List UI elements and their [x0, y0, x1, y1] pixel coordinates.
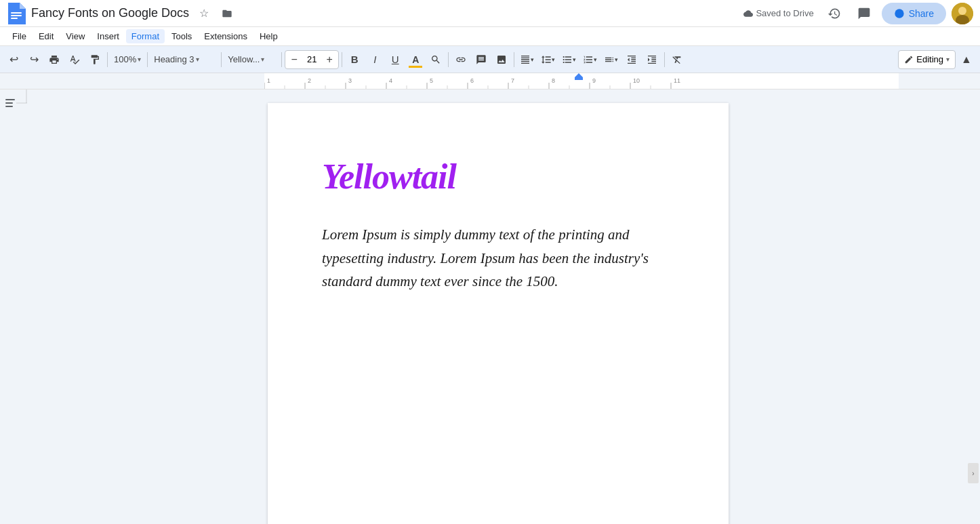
menu-view[interactable]: View [60, 29, 90, 43]
svg-text:7: 7 [511, 77, 514, 84]
svg-text:10: 10 [633, 77, 640, 84]
zoom-arrow: ▾ [138, 56, 141, 63]
svg-text:5: 5 [430, 77, 433, 84]
user-avatar[interactable] [952, 3, 973, 24]
link-button[interactable] [451, 49, 470, 70]
insert-image-button[interactable] [492, 49, 511, 70]
decrease-indent-button[interactable] [622, 49, 641, 70]
vertical-ruler [16, 89, 27, 524]
share-button[interactable]: Share [882, 3, 946, 24]
redo-button[interactable]: ↪ [24, 49, 43, 70]
folder-button[interactable] [218, 4, 237, 23]
saved-status: Saved to Drive [743, 8, 813, 18]
menu-insert[interactable]: Insert [91, 29, 125, 43]
svg-point-5 [958, 7, 966, 15]
menubar: File Edit View Insert Format Tools Exten… [0, 27, 980, 46]
toolbar-expand-button[interactable]: ▲ [957, 49, 976, 70]
outline-levels-button[interactable]: ▾ [601, 49, 621, 70]
menu-extensions[interactable]: Extensions [199, 29, 253, 43]
divider-6 [448, 52, 449, 67]
increase-indent-button[interactable] [642, 49, 661, 70]
svg-text:11: 11 [674, 77, 680, 84]
ruler-left-margin [0, 73, 264, 89]
collapse-button[interactable]: › [968, 463, 979, 483]
svg-text:4: 4 [389, 77, 392, 84]
title-icons: ☆ [195, 4, 237, 23]
divider-4 [281, 52, 282, 67]
svg-text:9: 9 [592, 77, 596, 84]
outline-line-3 [5, 106, 13, 107]
menu-format[interactable]: Format [126, 29, 165, 43]
font-size-decrease[interactable]: − [287, 52, 302, 67]
document-title: Fancy Fonts on Google Docs [31, 6, 189, 20]
font-size-input[interactable] [302, 54, 322, 64]
add-comment-button[interactable] [472, 49, 491, 70]
line-spacing-button[interactable]: ▾ [538, 49, 558, 70]
editing-mode-button[interactable]: Editing ▾ [898, 50, 956, 69]
history-button[interactable] [822, 1, 846, 26]
highlight-button[interactable] [426, 49, 445, 70]
svg-text:8: 8 [552, 77, 555, 84]
svg-text:3: 3 [348, 77, 352, 84]
ruler-content: 1 2 3 4 5 6 7 8 9 10 11 [264, 73, 899, 89]
spellcheck-button[interactable] [65, 49, 84, 70]
font-arrow: ▾ [261, 56, 264, 63]
comment-button[interactable] [852, 1, 876, 26]
outline-toggle[interactable] [3, 96, 18, 111]
print-button[interactable] [45, 49, 64, 70]
main-area: Yellowtail Lorem Ipsum is simply dummy t… [0, 89, 980, 524]
text-color-button[interactable]: A [406, 49, 425, 70]
style-arrow: ▾ [196, 56, 199, 63]
svg-rect-2 [11, 18, 18, 19]
paint-format-button[interactable] [85, 49, 104, 70]
editing-arrow: ▾ [946, 56, 950, 63]
titlebar: Fancy Fonts on Google Docs ☆ Saved to Dr… [0, 0, 980, 27]
ruler: 1 2 3 4 5 6 7 8 9 10 11 [0, 73, 980, 89]
numbered-list-button[interactable]: ▾ [580, 49, 600, 70]
menu-file[interactable]: File [7, 29, 32, 43]
divider-3 [221, 52, 222, 67]
star-button[interactable]: ☆ [195, 4, 213, 23]
svg-text:1: 1 [267, 77, 270, 84]
document-scroll-area[interactable]: Yellowtail Lorem Ipsum is simply dummy t… [27, 89, 969, 524]
svg-text:2: 2 [308, 77, 311, 84]
divider-5 [342, 52, 342, 67]
docs-icon [7, 3, 26, 24]
font-size-box: − + [285, 50, 339, 69]
svg-rect-1 [11, 15, 22, 16]
svg-text:6: 6 [470, 77, 474, 84]
font-size-increase[interactable]: + [322, 52, 337, 67]
bulleted-list-button[interactable]: ▾ [559, 49, 579, 70]
ruler-right-margin [899, 73, 980, 89]
document-heading[interactable]: Yellowtail [322, 157, 674, 196]
bold-button[interactable]: B [345, 49, 364, 70]
style-select[interactable]: Heading 3 ▾ [150, 50, 218, 69]
clear-formatting-button[interactable] [668, 49, 687, 70]
underline-button[interactable]: U [386, 49, 405, 70]
font-select[interactable]: Yellow... ▾ [224, 50, 279, 69]
outline-line-2 [5, 102, 13, 104]
align-button[interactable]: ▾ [517, 49, 537, 70]
left-margin [0, 89, 16, 524]
zoom-select[interactable]: 100% ▾ [110, 50, 144, 69]
divider-7 [514, 52, 514, 67]
svg-point-3 [895, 9, 903, 18]
undo-button[interactable]: ↩ [4, 49, 23, 70]
divider-1 [107, 52, 108, 67]
italic-button[interactable]: I [365, 49, 384, 70]
svg-rect-0 [11, 12, 22, 14]
header-right: Share [822, 1, 973, 26]
outline-line-1 [5, 99, 15, 100]
document-body[interactable]: Lorem Ipsum is simply dummy text of the … [322, 223, 674, 294]
toolbar: ↩ ↪ 100% ▾ Heading 3 ▾ Yellow... ▾ − + B… [0, 46, 980, 73]
divider-2 [147, 52, 148, 67]
menu-tools[interactable]: Tools [166, 29, 197, 43]
svg-marker-39 [575, 73, 583, 80]
document-page: Yellowtail Lorem Ipsum is simply dummy t… [268, 103, 729, 524]
menu-edit[interactable]: Edit [33, 29, 59, 43]
menu-help[interactable]: Help [254, 29, 283, 43]
right-panel: › [969, 89, 980, 524]
divider-8 [664, 52, 665, 67]
